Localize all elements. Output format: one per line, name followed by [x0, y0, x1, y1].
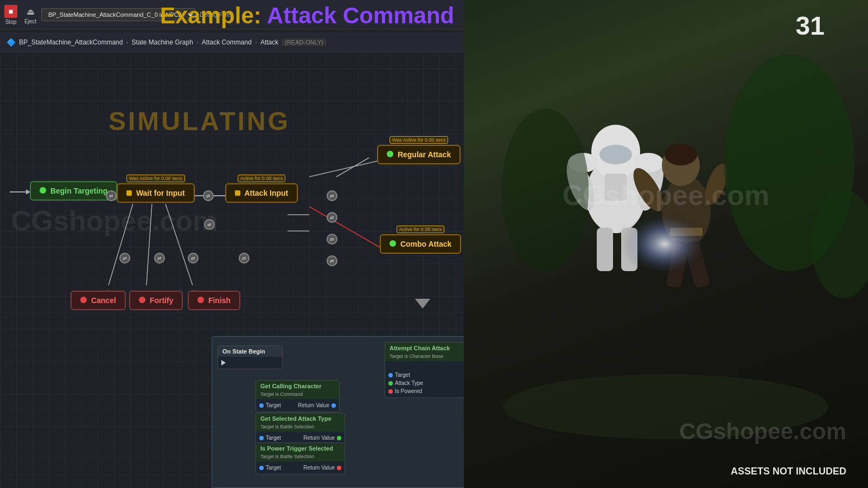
- connector-1[interactable]: ⇌: [106, 190, 117, 201]
- is-power-trigger-node[interactable]: Is Power Trigger Selected Target is Batt…: [256, 442, 345, 474]
- target-pin-4: [259, 466, 264, 470]
- target-pin-3: [259, 436, 264, 440]
- attack-type-pin: [388, 381, 393, 386]
- entry-arrow: [10, 189, 30, 195]
- svg-point-37: [502, 108, 589, 271]
- game-scene-svg: [464, 0, 868, 488]
- connector-10[interactable]: ⇌: [154, 253, 165, 264]
- connector-8[interactable]: ⇌: [327, 255, 337, 266]
- svg-line-2: [309, 160, 380, 177]
- is-power-label: Is Power Trigger Selected: [260, 445, 333, 452]
- toolbar: ■ Stop ⏏ Eject BP_StateMachine_AttackCom…: [0, 0, 464, 30]
- get-attack-type-label: Get Selected Attack Type: [260, 415, 331, 422]
- svg-point-16: [503, 374, 828, 439]
- target-pin-2: [259, 403, 264, 408]
- assets-not-included-label: ASSETS NOT INCLUDED: [731, 466, 846, 477]
- target-pin: [388, 373, 393, 377]
- connector-5[interactable]: ⇌: [327, 190, 337, 201]
- simulating-label: SIMULATING: [108, 106, 290, 136]
- node-finish[interactable]: Finish: [188, 291, 240, 310]
- breadcrumb: 🔷 BP_StateMachine_AttackCommand › State …: [0, 33, 464, 52]
- node-wait-for-input[interactable]: Was Active for 0.00 secs Wait for Input: [117, 175, 195, 203]
- return-pin-3: [337, 466, 341, 470]
- blueprint-panel: ■ Stop ⏏ Eject BP_StateMachine_AttackCom…: [0, 0, 464, 488]
- svg-point-29: [665, 144, 697, 165]
- stop-icon: ■: [4, 5, 17, 18]
- connector-4[interactable]: ⇌: [239, 253, 250, 264]
- connector-11[interactable]: ⇌: [188, 253, 199, 264]
- node-begin-targeting[interactable]: Begin Targeting: [30, 181, 117, 201]
- breadcrumb-item-1[interactable]: BP_StateMachine_AttackCommand: [19, 38, 123, 46]
- connector-9[interactable]: ⇌: [119, 253, 130, 264]
- get-calling-label: Get Calling Character: [260, 383, 321, 389]
- breadcrumb-item-3[interactable]: Attack Command: [202, 38, 252, 46]
- breadcrumb-readonly: (READ-ONLY): [282, 38, 327, 46]
- on-state-begin-label: On State Begin: [222, 348, 265, 355]
- stop-button[interactable]: ■ Stop: [4, 5, 17, 25]
- attempt-chain-label: Attempt Chain Attack: [390, 345, 450, 351]
- eject-button[interactable]: ⏏ Eject: [24, 5, 37, 24]
- svg-line-6: [108, 204, 133, 285]
- connector-2[interactable]: ⇌: [203, 190, 214, 201]
- game-panel: 31 CGshopee.com CGshopee.com ASSETS NOT …: [464, 0, 868, 488]
- node-fortify[interactable]: Fortify: [129, 291, 183, 310]
- page-title: Example: Attack Command: [160, 3, 454, 29]
- get-attack-type-node[interactable]: Get Selected Attack Type Target is Battl…: [256, 413, 345, 445]
- graph-canvas[interactable]: CGshopee.com SIMULATING: [0, 52, 464, 488]
- triangle-indicator: [415, 299, 430, 309]
- on-state-begin-node[interactable]: On State Begin: [218, 345, 283, 369]
- svg-line-7: [146, 204, 152, 285]
- svg-line-4: [309, 207, 380, 247]
- eject-icon: ⏏: [24, 5, 37, 18]
- attempt-chain-attack-node[interactable]: Attempt Chain Attack Target is Character…: [385, 342, 464, 398]
- svg-point-19: [599, 145, 632, 164]
- node-regular-attack[interactable]: Was Active for 0.00 secs Regular Attack: [377, 136, 461, 164]
- svg-rect-26: [605, 174, 627, 201]
- breadcrumb-item-2[interactable]: State Machine Graph: [131, 38, 193, 46]
- is-powered-pin: [388, 389, 393, 394]
- frame-counter: 31: [796, 11, 825, 41]
- node-cancel[interactable]: Cancel: [71, 291, 126, 310]
- connector-6[interactable]: ⇌: [327, 212, 337, 223]
- connector-3[interactable]: ⇌: [204, 219, 215, 230]
- return-pin: [331, 403, 336, 408]
- watermark-left: CGshopee.com: [11, 204, 218, 237]
- svg-line-8: [165, 204, 193, 285]
- svg-point-35: [621, 211, 708, 277]
- get-calling-character-node[interactable]: Get Calling Character Target is Command …: [256, 380, 340, 412]
- subgraph-panel: On State Begin Attempt Chain Attack Targ…: [212, 336, 464, 488]
- node-attack-input[interactable]: Active for 0.00 secs Attack Input: [225, 175, 298, 203]
- exec-out-icon: [221, 360, 226, 365]
- connector-7[interactable]: ⇌: [327, 234, 337, 245]
- return-pin-2: [337, 436, 341, 440]
- breadcrumb-item-4[interactable]: Attack: [260, 38, 278, 46]
- svg-rect-22: [597, 228, 613, 271]
- node-combo-attack[interactable]: Active for 0.00 secs Combo Attack: [380, 226, 461, 254]
- svg-line-14: [336, 158, 369, 177]
